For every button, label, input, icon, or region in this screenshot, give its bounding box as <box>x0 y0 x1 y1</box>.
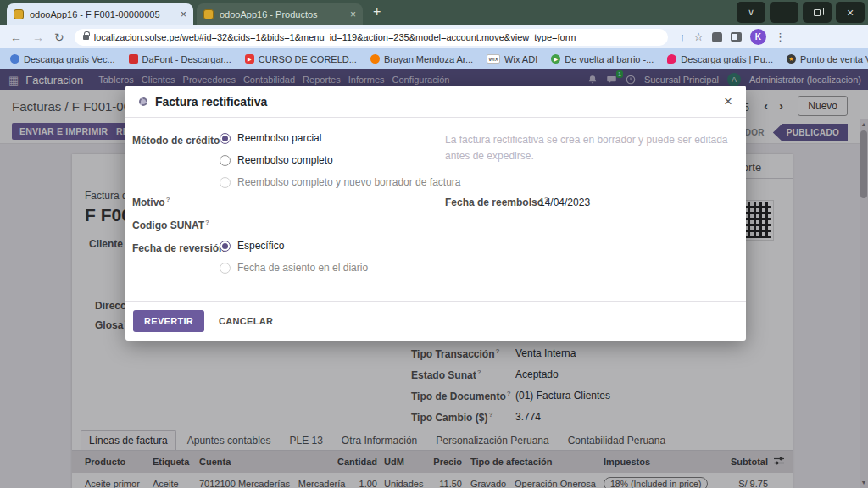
close-icon[interactable]: × <box>836 2 865 23</box>
fecha-reembolso-label: Fecha de reembolso? <box>445 196 548 208</box>
cancel-button[interactable]: CANCELAR <box>219 316 273 326</box>
bookmark-label: CURSO DE CORELD... <box>259 54 357 64</box>
bookmark-item[interactable]: Brayan Mendoza Ar... <box>370 54 473 64</box>
credit-note-modal: Factura rectificativa × Método de crédit… <box>125 86 746 341</box>
fecha-reversion-label: Fecha de reversión? <box>132 241 230 254</box>
radio-reembolso-completo[interactable]: Reembolso completo <box>220 154 333 166</box>
back-icon[interactable]: ← <box>10 30 22 44</box>
option-label: Específico <box>237 240 284 252</box>
radio-icon <box>220 177 231 188</box>
bookmark-label: Wix ADI <box>504 54 537 64</box>
bookmark-label: Brayan Mendoza Ar... <box>384 54 473 64</box>
tab-title: odooApp16 - Productos <box>220 9 344 19</box>
bookmark-item[interactable]: Descarga gratis | Pu... <box>667 54 773 64</box>
bookmark-icon <box>370 54 380 64</box>
radio-especifico[interactable]: Específico <box>220 240 284 252</box>
bookmark-item[interactable]: Descarga gratis Vec... <box>10 54 115 64</box>
youtube-icon: ▶ <box>245 54 254 64</box>
browser-tabstrip: odooApp16 - F F001-00000005 × odooApp16 … <box>0 0 868 25</box>
url-text: localizacion.solse.pe/web#id=32&cids=1&b… <box>94 32 576 42</box>
profile-avatar[interactable]: K <box>750 29 766 45</box>
radio-icon <box>220 263 231 274</box>
modal-header: Factura rectificativa × <box>125 86 746 118</box>
bookmark-item[interactable]: ★ Punto de venta Ven... <box>787 54 868 64</box>
bookmark-item[interactable]: DaFont - Descargar... <box>129 54 231 64</box>
bookmark-item[interactable]: ▶ De vuelta al barrio -... <box>551 54 654 64</box>
motivo-label: Motivo? <box>132 196 170 208</box>
share-icon[interactable]: ↑ <box>680 30 686 43</box>
browser-tab-active[interactable]: odooApp16 - F F001-00000005 × <box>7 3 193 25</box>
restore-glyph <box>814 9 821 16</box>
bookmark-icon <box>10 54 19 64</box>
browser-tab-inactive[interactable]: odooApp16 - Productos × <box>197 3 363 25</box>
radio-reembolso-parcial[interactable]: Reembolso parcial <box>220 132 321 144</box>
modal-close-icon[interactable]: × <box>724 94 732 108</box>
new-tab-button[interactable]: + <box>373 4 381 19</box>
address-bar[interactable]: localizacion.solse.pe/web#id=32&cids=1&b… <box>75 29 668 46</box>
side-panel-icon[interactable] <box>731 32 742 42</box>
tab-close-icon[interactable]: × <box>181 9 186 19</box>
bookmark-item[interactable]: ▶ CURSO DE CORELD... <box>245 54 357 64</box>
option-label: Reembolso completo y nuevo borrador de f… <box>237 176 460 188</box>
tab-close-icon[interactable]: × <box>350 9 356 19</box>
fecha-reembolso-value[interactable]: 14/04/2023 <box>539 197 590 208</box>
play-icon: ▶ <box>551 54 560 64</box>
odoo-favicon <box>14 9 24 19</box>
bookmark-icon <box>667 54 676 64</box>
browser-toolbar: ← → ↻ localizacion.solse.pe/web#id=32&ci… <box>0 25 868 48</box>
bookmark-label: Descarga gratis | Pu... <box>681 54 773 64</box>
radio-selected-icon <box>220 241 231 252</box>
tab-title: odooApp16 - F F001-00000005 <box>30 9 175 19</box>
bookmark-item[interactable]: WIX Wix ADI <box>487 54 537 64</box>
wix-icon: WIX <box>487 54 500 64</box>
codigo-sunat-label: Codigo SUNAT? <box>132 219 209 231</box>
star-badge-icon: ★ <box>787 54 796 64</box>
bookmark-label: Punto de venta Ven... <box>800 54 868 64</box>
forward-icon[interactable]: → <box>32 30 44 44</box>
screen: odooApp16 - F F001-00000005 × odooApp16 … <box>0 0 868 488</box>
bookmark-label: De vuelta al barrio -... <box>565 54 654 64</box>
window-menu-chevron-icon[interactable]: ∨ <box>737 2 765 23</box>
modal-title: Factura rectificativa <box>155 95 267 108</box>
radio-reembolso-completo-borrador[interactable]: Reembolso completo y nuevo borrador de f… <box>220 176 460 188</box>
radio-fecha-asiento[interactable]: Fecha de asiento en el diario <box>220 262 368 274</box>
gear-icon <box>139 97 147 106</box>
lock-icon <box>83 35 89 40</box>
toolbar-right: ↑ ☆ K ⋮ <box>680 29 786 45</box>
bookmarks-bar: Descarga gratis Vec... DaFont - Descarga… <box>0 48 868 69</box>
modal-footer: REVERTIR CANCELAR <box>125 301 746 341</box>
bookmark-star-icon[interactable]: ☆ <box>693 30 704 43</box>
window-controls: ∨ — × <box>737 2 865 23</box>
radio-selected-icon <box>220 133 231 144</box>
bookmark-label: Descarga gratis Vec... <box>24 54 115 64</box>
option-label: Reembolso completo <box>237 154 333 166</box>
option-label: Fecha de asiento en el diario <box>237 262 368 274</box>
extensions-puzzle-icon[interactable] <box>712 32 722 42</box>
modal-help-text: La factura rectificativa se crea en borr… <box>445 132 733 164</box>
kebab-menu-icon[interactable]: ⋮ <box>775 30 786 43</box>
revert-button[interactable]: REVERTIR <box>133 310 204 332</box>
radio-icon <box>220 155 231 166</box>
odoo-favicon <box>203 9 214 19</box>
metodo-credito-label: Método de crédito? <box>132 134 225 147</box>
refresh-icon[interactable]: ↻ <box>54 30 64 44</box>
option-label: Reembolso parcial <box>237 132 321 144</box>
bookmark-label: DaFont - Descargar... <box>142 54 231 64</box>
minimize-icon[interactable]: — <box>770 2 798 23</box>
bookmark-icon <box>129 54 138 64</box>
restore-icon[interactable] <box>803 2 832 23</box>
